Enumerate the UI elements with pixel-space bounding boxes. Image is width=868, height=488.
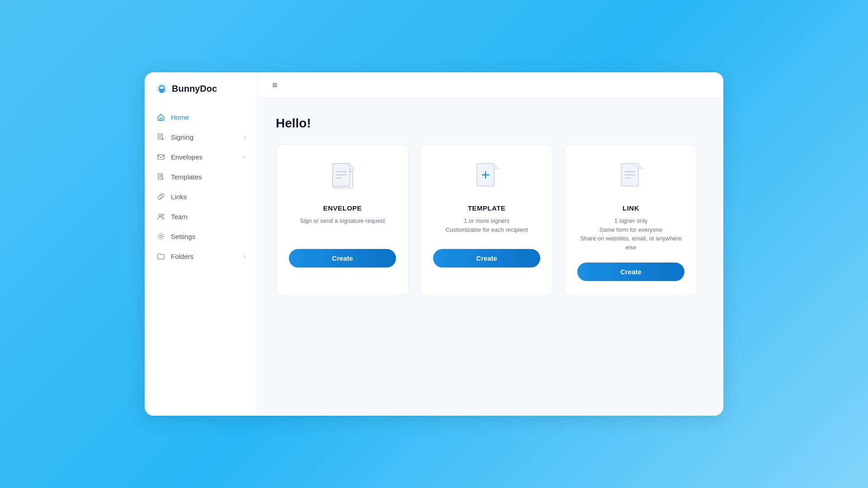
folders-icon (156, 252, 165, 261)
link-create-button[interactable]: Create (577, 263, 684, 281)
template-card-desc: 1 or more signers Customizable for each … (445, 216, 528, 238)
envelope-create-button[interactable]: Create (289, 249, 396, 267)
template-create-button[interactable]: Create (433, 249, 540, 267)
link-card-desc: 1 signer only Same form for everyone Sha… (577, 216, 684, 252)
main: ≡ Hello! (258, 72, 723, 416)
home-icon (156, 113, 165, 122)
svg-point-4 (161, 90, 161, 91)
sidebar-item-team[interactable]: Team (150, 207, 252, 226)
envelopes-icon (156, 152, 165, 161)
sidebar-item-envelopes[interactable]: Envelopes › (150, 147, 252, 166)
template-icon-wrap (471, 161, 503, 197)
sidebar-item-templates-label: Templates (171, 173, 202, 181)
template-card-title: TEMPLATE (468, 204, 506, 212)
svg-point-10 (159, 214, 161, 216)
sidebar-item-links[interactable]: Links (150, 187, 252, 206)
svg-point-3 (160, 89, 164, 93)
settings-icon (156, 232, 165, 241)
sidebar-item-settings[interactable]: Settings (150, 227, 252, 246)
main-content: Hello! (258, 98, 723, 416)
sidebar-item-signing[interactable]: Signing › (150, 127, 252, 146)
sidebar-item-home[interactable]: Home (150, 108, 252, 127)
svg-rect-8 (158, 155, 164, 160)
link-card: LINK 1 signer only Same form for everyon… (564, 144, 698, 296)
envelope-card: ENVELOPE Sign or send a signature reques… (276, 144, 409, 296)
templates-icon (156, 172, 165, 181)
app-container: BunnyDoc Home (145, 72, 723, 416)
svg-rect-6 (160, 118, 162, 120)
svg-point-5 (162, 90, 163, 91)
sidebar-nav: Home Signing › (145, 108, 257, 266)
sidebar-item-folders-label: Folders (171, 253, 193, 260)
envelope-card-icon (329, 163, 356, 195)
envelope-card-desc: Sign or send a signature request (300, 216, 385, 238)
hamburger-menu[interactable]: ≡ (272, 80, 709, 89)
sidebar-item-envelopes-label: Envelopes (171, 153, 203, 161)
cards-row: ENVELOPE Sign or send a signature reques… (276, 144, 705, 296)
chevron-right-icon3: › (244, 253, 245, 260)
sidebar-item-settings-label: Settings (171, 233, 195, 240)
topbar: ≡ (258, 72, 723, 98)
logo: BunnyDoc (145, 72, 257, 108)
envelope-card-title: ENVELOPE (323, 204, 362, 212)
link-card-title: LINK (623, 204, 639, 212)
logo-text: BunnyDoc (172, 84, 217, 94)
team-icon (156, 212, 165, 221)
signing-icon (156, 132, 165, 141)
link-icon-wrap (615, 161, 647, 197)
bunnydoc-logo-icon (156, 82, 168, 95)
template-card-icon (473, 163, 500, 195)
sidebar-item-folders[interactable]: Folders › (150, 247, 252, 266)
sidebar-item-signing-label: Signing (171, 133, 193, 141)
greeting-text: Hello! (276, 116, 705, 131)
chevron-right-icon2: › (244, 154, 245, 160)
sidebar: BunnyDoc Home (145, 72, 258, 416)
sidebar-item-links-label: Links (171, 193, 187, 201)
sidebar-item-home-label: Home (171, 113, 189, 121)
svg-point-12 (160, 235, 162, 237)
chevron-right-icon: › (244, 134, 245, 141)
link-card-icon (618, 163, 645, 195)
sidebar-item-templates[interactable]: Templates (150, 167, 252, 186)
svg-point-11 (162, 214, 164, 216)
links-icon (156, 192, 165, 201)
template-card: TEMPLATE 1 or more signers Customizable … (420, 144, 553, 296)
envelope-icon-wrap (327, 161, 359, 197)
sidebar-item-team-label: Team (171, 213, 188, 221)
